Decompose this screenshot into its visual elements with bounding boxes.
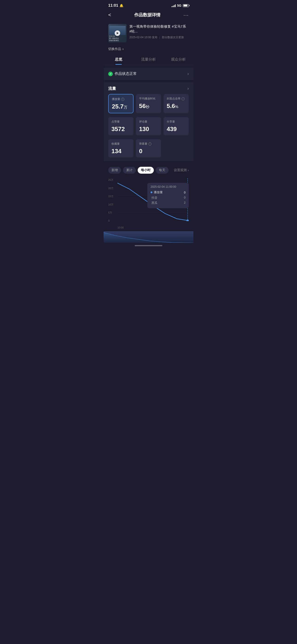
metric-favorites-label: 收藏量 — [112, 142, 130, 146]
battery-icon — [183, 4, 189, 7]
metric-likes-value: 3572 — [112, 126, 130, 133]
metric-favorites: 收藏量 134 — [108, 139, 134, 158]
chart-area: 25万 20万 15万 10万 5万 0 10:00 2025 — [104, 176, 194, 231]
metrics-row-2: 点赞量 3572 评论量 130 分享量 439 — [104, 117, 194, 139]
metrics-row-1: 播放量 i 25.7万 平均播放时长 56秒 封面点击率 i 5.6% — [104, 94, 194, 117]
video-meta: 2025-02-04 10:00 发布 | 部分数据次日更新 — [130, 36, 189, 40]
chart-btn-daily[interactable]: 每天 — [156, 167, 168, 174]
metric-likes: 点赞量 3572 — [108, 117, 134, 136]
svg-point-7 — [186, 220, 189, 221]
svg-marker-8 — [104, 232, 194, 243]
metric-favorites-value: 134 — [112, 148, 130, 155]
metric-avgduration-label: 平均播放时长 — [139, 97, 158, 101]
chart-tooltip: 2025-02-04 11:00:00 播放量 0 抖音 0 西瓜 2 — [147, 183, 189, 208]
chart-controls: 新增 累计 每小时 每天 设置观测 › — [104, 164, 194, 176]
chart-y-labels: 25万 20万 15万 10万 5万 0 — [108, 178, 114, 222]
chart-x-label: 10:00 — [118, 226, 124, 229]
metric-shares-label: 分享量 — [167, 120, 186, 124]
status-left: 作品状态正常 — [108, 72, 137, 76]
metric-danmu: 弹幕量 i 0 — [136, 139, 161, 158]
home-bar — [135, 245, 162, 246]
traffic-chevron-icon: › — [188, 86, 189, 91]
metric-playcount-label: 播放量 i — [112, 97, 130, 101]
metric-ctr: 封面点击率 i 5.6% — [164, 94, 189, 113]
video-card: 宝马7系 第一视角带你 体验轮毂修复 第一视角带你体验轮毂修复 #宝马7系 #轮… — [104, 21, 194, 45]
chart-btn-hourly[interactable]: 每小时 — [138, 167, 154, 174]
video-title: 第一视角带你体验轮毂修复 #宝马7系 #轮... — [130, 24, 189, 34]
tooltip-row-xigua: 西瓜 2 — [150, 201, 186, 205]
battery-fill — [184, 4, 188, 6]
tab-audience[interactable]: 观众分析 — [164, 54, 194, 65]
meta-divider: | — [159, 36, 160, 39]
mini-chart — [104, 231, 194, 243]
metric-ctr-label: 封面点击率 i — [167, 97, 186, 101]
metric-ctr-value: 5.6% — [167, 102, 186, 110]
video-info: 第一视角带你体验轮毂修复 #宝马7系 #轮... 2025-02-04 10:0… — [130, 24, 189, 40]
metric-likes-label: 点赞量 — [112, 120, 130, 124]
status-indicator — [108, 72, 113, 76]
network-type: 5G — [177, 4, 182, 7]
tooltip-dot-icon — [150, 192, 152, 193]
metric-avgduration: 平均播放时长 56秒 — [136, 94, 161, 113]
status-text: 作品状态正常 — [115, 72, 137, 76]
signal-bars — [172, 4, 176, 7]
switch-work-label: 切换作品 — [108, 47, 121, 51]
ctr-info-icon[interactable]: i — [182, 97, 185, 100]
status-banner[interactable]: 作品状态正常 › — [104, 68, 194, 80]
playcount-info-icon[interactable]: i — [121, 98, 124, 101]
switch-work-area: 切换作品 ∨ — [104, 45, 194, 54]
metric-comments-value: 130 — [139, 126, 158, 133]
back-button[interactable]: < — [108, 12, 111, 18]
page-header: < 作品数据详情 ··· — [104, 10, 194, 21]
thumbnail-inner: 宝马7系 第一视角带你 体验轮毂修复 — [108, 24, 127, 42]
thumbnail-play-icon — [115, 30, 120, 36]
metric-empty — [164, 139, 189, 158]
time-display: 11:01 — [108, 3, 118, 8]
tooltip-row-douyin: 抖音 0 — [150, 196, 186, 200]
traffic-section-header[interactable]: 流量 › — [104, 82, 194, 94]
bell-icon: 🔔 — [120, 4, 124, 7]
settings-chevron-icon: › — [188, 168, 189, 172]
metric-avgduration-value: 56秒 — [139, 102, 158, 110]
switch-arrow-icon: ∨ — [122, 48, 124, 51]
chart-section: 新增 累计 每小时 每天 设置观测 › 25万 20万 15万 10万 5万 0 — [104, 164, 194, 243]
tab-flow[interactable]: 流量分析 — [134, 54, 164, 65]
switch-work-button[interactable]: 切换作品 ∨ — [108, 47, 189, 51]
more-button[interactable]: ··· — [184, 12, 189, 18]
status-bar: 11:01 🔔 5G — [104, 0, 194, 10]
video-thumbnail: 宝马7系 第一视角带你 体验轮毂修复 — [108, 24, 127, 42]
status-chevron-icon: › — [188, 72, 189, 76]
chart-btn-new[interactable]: 新增 — [108, 167, 121, 174]
metric-shares-value: 439 — [167, 126, 186, 133]
traffic-title: 流量 — [108, 86, 116, 91]
metric-playcount-value: 25.7万 — [112, 103, 130, 110]
chart-btn-cumulative[interactable]: 累计 — [123, 167, 136, 174]
metric-playcount: 播放量 i 25.7万 — [108, 94, 134, 113]
chart-settings[interactable]: 设置观测 › — [174, 168, 189, 172]
metric-shares: 分享量 439 — [164, 117, 189, 136]
tooltip-row-playcount: 播放量 0 — [150, 190, 186, 194]
video-update-note: 部分数据次日更新 — [162, 36, 184, 40]
status-right: 5G — [172, 4, 189, 7]
metric-danmu-label: 弹幕量 i — [139, 142, 158, 146]
thumbnail-label: 宝马7系 第一视角带你 体验轮毂修复 — [109, 35, 126, 42]
danmu-info-icon[interactable]: i — [148, 142, 152, 146]
home-indicator — [104, 243, 194, 248]
tab-overview[interactable]: 总览 — [104, 54, 134, 65]
page-title: 作品数据详情 — [134, 12, 160, 18]
metric-danmu-value: 0 — [139, 148, 158, 155]
metrics-row-3: 收藏量 134 弹幕量 i 0 — [104, 139, 194, 161]
tab-bar: 总览 流量分析 观众分析 — [104, 54, 194, 65]
video-publish-date: 2025-02-04 10:00 发布 — [130, 36, 158, 40]
status-time: 11:01 🔔 — [108, 3, 124, 8]
metric-comments: 评论量 130 — [136, 117, 161, 136]
metric-comments-label: 评论量 — [139, 120, 158, 124]
tooltip-date: 2025-02-04 11:00:00 — [150, 185, 186, 188]
